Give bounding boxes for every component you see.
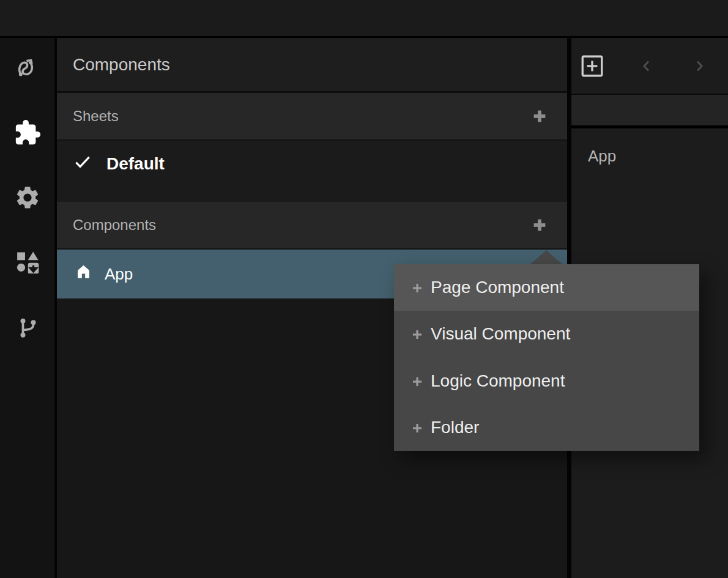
sidebar-item-components[interactable] bbox=[10, 119, 45, 147]
noodl-editor-window: Components Sheets Default bbox=[0, 0, 728, 578]
sidebar-item-version-control[interactable] bbox=[10, 313, 45, 341]
preview-toolbar bbox=[571, 38, 728, 95]
add-component-menu: Page Component Visual Component Logic Co… bbox=[394, 264, 699, 451]
home-icon bbox=[75, 263, 92, 285]
sidebar-item-marketplace[interactable] bbox=[10, 248, 45, 276]
plus-icon bbox=[530, 107, 549, 125]
preview-component-title: App bbox=[588, 147, 728, 166]
chevron-left-icon bbox=[639, 59, 654, 73]
menu-item-label: Visual Component bbox=[431, 324, 570, 344]
components-section-header: Components bbox=[57, 202, 567, 250]
chevron-right-icon bbox=[692, 59, 707, 73]
plus-icon bbox=[410, 374, 425, 388]
sheets-list: Default bbox=[57, 141, 567, 202]
sidebar-item-settings[interactable] bbox=[10, 183, 45, 212]
menu-item-label: Page Component bbox=[431, 278, 564, 297]
add-component-button[interactable] bbox=[530, 216, 549, 234]
node-graph-icon bbox=[15, 55, 40, 81]
menu-pointer-arrow bbox=[530, 250, 562, 264]
sidebar-rail bbox=[0, 38, 57, 578]
add-sheet-button[interactable] bbox=[530, 107, 549, 125]
sheet-label: Default bbox=[106, 154, 165, 174]
menu-item-folder[interactable]: Folder bbox=[394, 404, 699, 451]
component-label: App bbox=[105, 265, 133, 284]
menu-item-logic-component[interactable]: Logic Component bbox=[394, 358, 699, 404]
menu-item-label: Folder bbox=[431, 418, 479, 437]
check-icon bbox=[73, 153, 92, 176]
version-control-icon bbox=[15, 315, 40, 339]
components-header-label: Components bbox=[73, 217, 156, 234]
navigate-forward-button[interactable] bbox=[692, 59, 707, 73]
plus-icon bbox=[410, 420, 425, 435]
boxed-plus-icon bbox=[579, 53, 605, 79]
components-panel-title: Components bbox=[57, 38, 567, 93]
settings-gear-icon bbox=[14, 184, 41, 211]
plus-icon bbox=[410, 327, 425, 341]
top-title-bar bbox=[0, 0, 728, 38]
sheets-header-label: Sheets bbox=[73, 108, 119, 125]
marketplace-icon bbox=[14, 249, 41, 276]
sheet-row-default[interactable]: Default bbox=[57, 141, 567, 187]
menu-item-label: Logic Component bbox=[431, 371, 565, 391]
add-frame-button[interactable] bbox=[579, 53, 605, 79]
menu-item-visual-component[interactable]: Visual Component bbox=[394, 311, 699, 357]
menu-item-page-component[interactable]: Page Component bbox=[394, 264, 699, 311]
navigate-back-button[interactable] bbox=[639, 59, 654, 73]
plus-icon bbox=[410, 280, 425, 295]
components-puzzle-icon bbox=[13, 119, 42, 147]
sidebar-item-node-graph[interactable] bbox=[10, 54, 45, 82]
preview-subheader bbox=[571, 95, 728, 128]
plus-icon bbox=[530, 216, 549, 234]
sheets-section-header: Sheets bbox=[57, 93, 567, 141]
